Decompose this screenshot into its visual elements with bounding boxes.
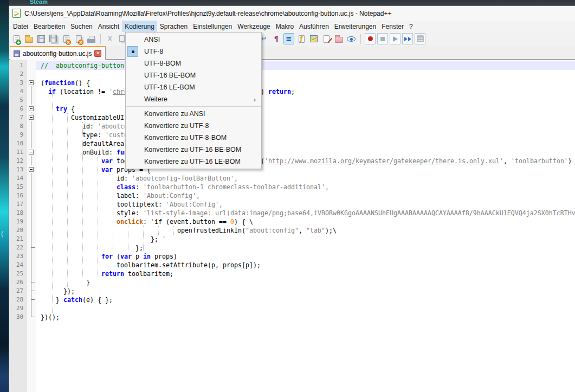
code-line[interactable]: if (location != 'chrome://browser/conten… bbox=[36, 87, 575, 96]
code-line[interactable]: type: 'custom', bbox=[36, 131, 575, 139]
menu-item-konvertiere-zu-utf-16-le-bom[interactable]: Konvertiere zu UTF-16 LE-BOM bbox=[126, 156, 261, 168]
fold-collapse-marker[interactable] bbox=[27, 148, 36, 157]
fold-margin-cell bbox=[27, 278, 36, 287]
document-switcher-icon[interactable] bbox=[321, 33, 332, 44]
code-line[interactable] bbox=[36, 70, 575, 79]
function-list-icon[interactable]: ƒ bbox=[296, 33, 307, 44]
menu-item-konvertiere-zu-utf-8-bom[interactable]: Konvertiere zu UTF-8-BOM bbox=[126, 132, 261, 144]
code-line[interactable]: return toolbaritem; bbox=[36, 269, 575, 278]
code-line[interactable]: }; ' bbox=[36, 235, 575, 243]
toolbar-separator bbox=[100, 34, 101, 44]
save-all-icon[interactable] bbox=[48, 34, 59, 45]
new-file-icon[interactable]: + bbox=[11, 34, 22, 45]
print-icon[interactable] bbox=[86, 34, 96, 45]
submenu-arrow-icon: › bbox=[254, 95, 256, 104]
menu-ansicht[interactable]: Ansicht bbox=[95, 21, 122, 32]
steam-window-label: Steam bbox=[30, 0, 48, 4]
code-line[interactable]: }); bbox=[36, 287, 575, 295]
menu-sprachen[interactable]: Sprachen bbox=[157, 21, 190, 32]
code-line[interactable]: label: 'About:Config', bbox=[36, 191, 575, 200]
screen: Steam ( C:\Users\jens_\AppData\Roaming\M… bbox=[0, 0, 575, 392]
code-line[interactable]: CustomizableUI.createWidget({ bbox=[36, 113, 575, 122]
fold-collapse-marker[interactable] bbox=[27, 113, 36, 122]
code-line[interactable]: defaultArea: CustomizableUI.AREA_NAVBAR, bbox=[36, 139, 575, 148]
show-all-characters-icon[interactable]: ¶ bbox=[271, 33, 282, 44]
code-line[interactable]: } bbox=[36, 278, 575, 287]
code-line[interactable] bbox=[36, 96, 575, 105]
line-number: 20 bbox=[9, 226, 23, 235]
save-icon[interactable] bbox=[36, 34, 47, 45]
menu-bearbeiten[interactable]: Bearbeiten bbox=[31, 21, 68, 32]
code-line[interactable]: class: 'toolbarbutton-1 chromeclass-tool… bbox=[36, 183, 575, 191]
stop-recording-icon[interactable] bbox=[377, 33, 388, 44]
menu-einstellungen[interactable]: Einstellungen bbox=[190, 21, 235, 32]
tab-close-icon[interactable]: ✕ bbox=[94, 50, 101, 57]
code-line[interactable]: tooltiptext: 'About:Config', bbox=[36, 200, 575, 209]
menu-fenster[interactable]: Fenster bbox=[379, 21, 406, 32]
document-map-icon[interactable] bbox=[308, 33, 319, 44]
folder-as-workspace-icon[interactable] bbox=[333, 33, 344, 44]
menu-ausf-hren[interactable]: Ausführen bbox=[296, 21, 332, 32]
fold-margin-cell bbox=[27, 252, 36, 261]
menu-item-konvertiere-zu-utf-8[interactable]: Konvertiere zu UTF-8 bbox=[126, 120, 261, 132]
menu-?[interactable]: ? bbox=[406, 21, 416, 32]
menu-item-konvertiere-zu-utf-16-be-bom[interactable]: Konvertiere zu UTF-16 BE-BOM bbox=[126, 144, 261, 156]
fold-margin-cell bbox=[27, 191, 36, 200]
fold-margin-cell bbox=[27, 217, 36, 226]
menu-item-utf-16-le-bom[interactable]: UTF-16 LE-BOM bbox=[126, 81, 261, 93]
close-all-icon[interactable]: × bbox=[73, 34, 84, 45]
code-line[interactable]: openTrustedLinkIn("about:config", "tab")… bbox=[36, 226, 575, 235]
menu-kodierung[interactable]: Kodierung bbox=[122, 21, 157, 32]
fold-margin-cell bbox=[27, 295, 36, 304]
line-number: 15 bbox=[9, 183, 23, 191]
code-line[interactable]: // aboutconfig-button.uc.js bbox=[36, 61, 575, 70]
menu-item-ansi[interactable]: ANSI bbox=[126, 34, 261, 46]
notepadpp-app-icon bbox=[12, 9, 21, 18]
code-line[interactable]: try { bbox=[36, 105, 575, 113]
menu-datei[interactable]: Datei bbox=[10, 21, 31, 32]
menu-item-utf-8-bom[interactable]: UTF-8-BOM bbox=[126, 57, 261, 69]
fold-margin-cell bbox=[27, 157, 36, 165]
code-line[interactable]: })(); bbox=[36, 313, 575, 322]
code-line[interactable]: style: 'list-style-image: url(data:image… bbox=[36, 209, 575, 217]
code-line[interactable]: (function() { bbox=[36, 79, 575, 87]
line-number: 6 bbox=[9, 105, 23, 113]
menu-item-weitere[interactable]: Weitere› bbox=[126, 93, 261, 105]
save-macro-icon[interactable] bbox=[415, 33, 425, 44]
code-line[interactable]: } catch(e) { }; bbox=[36, 295, 575, 304]
code-line[interactable] bbox=[36, 304, 575, 313]
start-recording-icon[interactable] bbox=[365, 33, 376, 44]
fold-collapse-marker[interactable] bbox=[27, 165, 36, 174]
code-area[interactable]: // aboutconfig-button.uc.js (function() … bbox=[36, 60, 575, 392]
fold-collapse-marker[interactable] bbox=[27, 105, 36, 113]
code-line[interactable]: var toolbaritem = document.createElement… bbox=[36, 157, 575, 165]
open-file-icon[interactable] bbox=[23, 34, 34, 45]
menu-suchen[interactable]: Suchen bbox=[68, 21, 95, 32]
tab-aboutconfig-button[interactable]: aboutconfig-button.uc.js ✕ bbox=[10, 46, 106, 60]
line-number: 18 bbox=[9, 209, 23, 217]
fold-collapse-marker[interactable] bbox=[27, 79, 36, 87]
menu-item-utf-8[interactable]: UTF-8 bbox=[126, 46, 261, 57]
title-bar[interactable]: C:\Users\jens_\AppData\Roaming\Mozilla\F… bbox=[9, 6, 575, 21]
code-line[interactable]: toolbaritem.setAttribute(p, props[p]); bbox=[36, 261, 575, 269]
playback-macro-icon[interactable] bbox=[390, 33, 400, 44]
indent-guide-icon[interactable]: ≡ bbox=[283, 33, 294, 44]
line-number: 30 bbox=[9, 313, 23, 322]
menu-item-konvertiere-zu-ansi[interactable]: Konvertiere zu ANSI bbox=[126, 108, 261, 120]
code-line[interactable]: onclick: 'if (event.button == 0) { \ bbox=[36, 217, 575, 226]
code-line[interactable]: for (var p in props) bbox=[36, 252, 575, 261]
run-macro-multiple-icon[interactable] bbox=[402, 33, 413, 44]
menu-makro[interactable]: Makro bbox=[273, 21, 296, 32]
menu-erweiterungen[interactable]: Erweiterungen bbox=[332, 21, 379, 32]
close-icon[interactable]: × bbox=[61, 34, 72, 45]
code-line[interactable]: id: 'aboutconfig-button', bbox=[36, 122, 575, 131]
menu-item-utf-16-be-bom[interactable]: UTF-16 BE-BOM bbox=[126, 69, 261, 81]
code-line[interactable]: var props = { bbox=[36, 165, 575, 174]
code-line[interactable]: onBuild: function(doc) { bbox=[36, 148, 575, 157]
fold-margin-cell bbox=[27, 87, 36, 96]
cut-icon[interactable] bbox=[105, 34, 115, 45]
code-line[interactable]: }; bbox=[36, 243, 575, 252]
menu-werkzeuge[interactable]: Werkzeuge bbox=[235, 21, 273, 32]
monitoring-icon[interactable] bbox=[346, 33, 357, 44]
code-line[interactable]: id: 'aboutconfig-ToolBarButton', bbox=[36, 174, 575, 183]
